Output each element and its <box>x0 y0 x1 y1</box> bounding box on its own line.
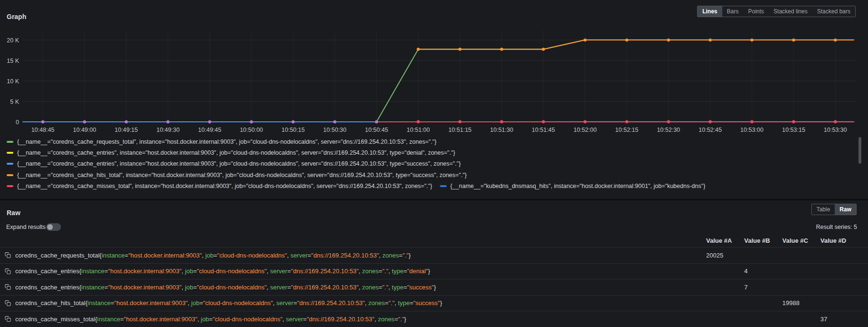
raw-panel: Raw TableRaw Expand results Result serie… <box>0 200 868 327</box>
column-header-value-b: Value #B <box>744 237 782 244</box>
metric-expression: coredns_cache_entries{instance="host.doc… <box>0 284 706 291</box>
x-axis-label: 10:52:15 <box>615 127 639 133</box>
legend-row: {__name__="coredns_cache_requests_total"… <box>7 137 854 148</box>
series-point-coredns-cache-hits-total <box>459 48 461 50</box>
legend-series-marker <box>7 174 13 176</box>
raw-panel-title: Raw <box>7 209 20 217</box>
raw-table-header: Value #AValue #BValue #CValue #D <box>0 234 868 247</box>
metric-text: coredns_cache_misses_total{instance="hos… <box>15 316 406 323</box>
series-point-coredns-cache-misses-total <box>792 120 795 123</box>
series-point-coredns-cache-hits-total <box>708 39 711 41</box>
series-point-coredns-cache-hits-total <box>417 48 419 50</box>
metric-expression: coredns_cache_hits_total{instance="host.… <box>0 299 706 307</box>
metric-text: coredns_cache_requests_total{instance="h… <box>15 252 411 259</box>
x-axis-label: 10:50:15 <box>281 127 305 133</box>
x-axis-label: 10:49:45 <box>198 127 221 133</box>
legend-item[interactable]: {__name__="kubedns_dnsmasq_hits", instan… <box>440 183 706 189</box>
copy-icon[interactable] <box>5 284 11 290</box>
legend-item[interactable]: {__name__="coredns_cache_entries", insta… <box>7 149 455 156</box>
value-cell-b: 4 <box>744 268 782 275</box>
x-axis-label: 10:51:45 <box>532 127 555 133</box>
series-point-kubedns-dnsmasq-hits <box>41 120 44 123</box>
legend-item[interactable]: {__name__="coredns_cache_entries", insta… <box>7 160 461 167</box>
metric-text: coredns_cache_entries{instance="host.doc… <box>15 284 436 291</box>
raw-series-row: coredns_cache_hits_total{instance="host.… <box>0 295 868 311</box>
x-axis-label: 10:49:30 <box>156 127 180 133</box>
x-axis-label: 10:51:30 <box>490 127 513 133</box>
metric-expression: coredns_cache_entries{instance="host.doc… <box>0 268 706 275</box>
x-axis-label: 10:51:00 <box>407 127 430 133</box>
toggle-knob <box>47 224 53 230</box>
legend-item[interactable]: {__name__="coredns_cache_misses_total", … <box>7 183 432 189</box>
x-axis-label: 10:52:45 <box>698 127 722 133</box>
x-axis-label: 10:49:00 <box>73 127 96 133</box>
series-point-coredns-cache-hits-total <box>500 48 503 50</box>
series-point-coredns-cache-misses-total <box>459 120 461 123</box>
chart-legend: {__name__="coredns_cache_requests_total"… <box>7 137 854 192</box>
raw-view-table[interactable]: Table <box>812 204 835 215</box>
series-point-kubedns-dnsmasq-hits <box>83 120 86 123</box>
value-cell-d: 37 <box>820 316 858 323</box>
copy-icon[interactable] <box>5 300 11 307</box>
y-axis-label: 15 K <box>7 58 19 64</box>
series-point-kubedns-dnsmasq-hits <box>167 120 170 123</box>
series-point-kubedns-dnsmasq-hits <box>208 120 211 123</box>
y-axis-label: 10 K <box>7 78 19 85</box>
column-header-value-d: Value #D <box>820 237 858 244</box>
series-point-coredns-cache-misses-total <box>625 120 628 123</box>
series-point-coredns-cache-hits-total <box>834 39 837 41</box>
series-point-coredns-cache-misses-total <box>500 120 503 123</box>
legend-row: {__name__="coredns_cache_misses_total", … <box>7 181 854 192</box>
x-axis-label: 10:53:00 <box>740 127 764 133</box>
metric-text: coredns_cache_hits_total{instance="host.… <box>15 299 442 307</box>
column-header-value-a: Value #A <box>706 237 744 244</box>
raw-series-row: coredns_cache_entries{instance="host.doc… <box>0 263 868 279</box>
x-axis-label: 10:49:15 <box>115 127 138 133</box>
legend-series-label: {__name__="kubedns_dnsmasq_hits", instan… <box>450 183 706 189</box>
series-point-coredns-cache-misses-total <box>417 120 419 123</box>
legend-item[interactable]: {__name__="coredns_cache_hits_total", in… <box>7 172 467 178</box>
x-axis-label: 10:50:45 <box>365 127 388 133</box>
legend-scrollbar[interactable] <box>858 137 861 164</box>
series-point-kubedns-dnsmasq-hits <box>291 120 294 123</box>
series-point-coredns-cache-hits-total <box>750 39 753 41</box>
series-point-coredns-cache-hits-total <box>542 48 545 50</box>
value-cell-b: 7 <box>744 284 782 291</box>
expand-results-toggle[interactable] <box>46 223 61 231</box>
series-point-kubedns-dnsmasq-hits <box>333 120 336 123</box>
series-point-coredns-cache-misses-total <box>708 120 711 123</box>
legend-item[interactable]: {__name__="coredns_cache_requests_total"… <box>7 139 437 145</box>
copy-icon[interactable] <box>5 268 11 275</box>
series-point-kubedns-dnsmasq-hits <box>250 120 253 123</box>
series-point-coredns-cache-hits-total <box>584 39 587 41</box>
legend-series-label: {__name__="coredns_cache_entries", insta… <box>17 160 461 167</box>
timeseries-chart[interactable]: 05 K10 K15 K20 K10:48:4510:49:0010:49:15… <box>0 0 868 138</box>
series-point-coredns-cache-hits-total <box>625 39 628 41</box>
legend-row: {__name__="coredns_cache_hits_total", in… <box>7 170 854 181</box>
x-axis-label: 10:53:15 <box>782 127 805 133</box>
series-point-coredns-cache-misses-total <box>834 120 837 123</box>
x-axis-label: 10:48:45 <box>31 127 55 133</box>
chart-canvas[interactable]: 05 K10 K15 K20 K10:48:4510:49:0010:49:15… <box>0 0 868 138</box>
series-point-coredns-cache-hits-total <box>792 39 795 41</box>
y-axis-label: 0 <box>16 119 19 126</box>
graph-panel: Graph LinesBarsPointsStacked linesStacke… <box>0 0 868 199</box>
copy-icon[interactable] <box>5 252 11 258</box>
raw-results-table: Value #AValue #BValue #CValue #D coredns… <box>0 234 868 327</box>
raw-view-raw[interactable]: Raw <box>835 204 856 215</box>
legend-series-label: {__name__="coredns_cache_entries", insta… <box>17 149 455 156</box>
series-point-kubedns-dnsmasq-hits <box>125 120 128 123</box>
value-cell-a: 20025 <box>706 252 744 259</box>
raw-view-switcher: TableRaw <box>811 204 857 215</box>
series-point-coredns-cache-misses-total <box>667 120 670 123</box>
x-axis-label: 10:50:00 <box>240 127 263 133</box>
series-point-coredns-cache-misses-total <box>584 120 587 123</box>
metric-expression: coredns_cache_requests_total{instance="h… <box>0 252 706 259</box>
copy-icon[interactable] <box>5 316 11 322</box>
legend-row: {__name__="coredns_cache_entries", insta… <box>7 148 854 159</box>
series-point-coredns-cache-hits-total <box>667 39 670 41</box>
x-axis-label: 10:53:30 <box>824 127 847 133</box>
series-point-coredns-cache-misses-total <box>542 120 545 123</box>
column-header-value-c: Value #C <box>782 237 820 244</box>
expand-results-label: Expand results <box>6 224 46 230</box>
